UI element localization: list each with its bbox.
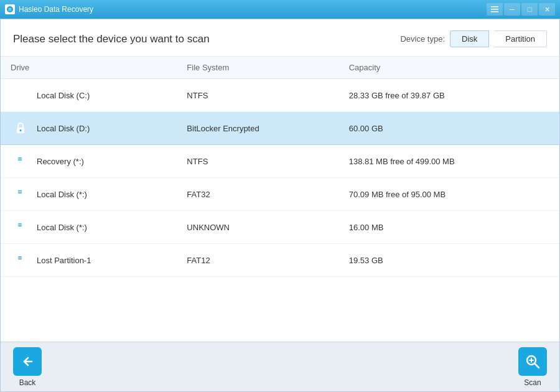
col-drive: Drive <box>1 57 177 79</box>
svg-rect-16 <box>17 197 24 200</box>
filesystem-cell: BitLocker Encrypted <box>177 112 338 145</box>
drive-name: Local Disk (D:) <box>37 124 90 133</box>
windows-drive-icon <box>11 85 30 105</box>
back-label: Back <box>19 378 36 387</box>
capacity-cell: 138.81 MB free of 499.00 MB <box>339 145 559 178</box>
svg-rect-3 <box>491 9 498 10</box>
file-drive-icon <box>11 184 30 204</box>
table-row[interactable]: Local Disk (*:)UNKNOWN16.00 MB <box>1 211 559 244</box>
svg-text:R: R <box>8 7 11 12</box>
capacity-cell: 28.33 GB free of 39.87 GB <box>339 79 559 112</box>
table-row[interactable]: Lost Partition-1FAT1219.53 GB <box>1 244 559 277</box>
drive-table: Drive File System Capacity Local Disk (C… <box>1 57 559 277</box>
menu-button[interactable] <box>487 3 503 16</box>
close-button[interactable]: ✕ <box>539 3 555 16</box>
svg-rect-6 <box>21 90 26 95</box>
capacity-cell: 16.00 MB <box>339 211 559 244</box>
back-button[interactable]: Back <box>13 347 42 387</box>
main-window: Please select the device you want to sca… <box>0 19 560 392</box>
file-drive-icon <box>11 151 30 171</box>
page-title: Please select the device you want to sca… <box>13 33 210 45</box>
drive-cell: Local Disk (*:) <box>1 178 177 211</box>
partition-button[interactable]: Partition <box>494 30 547 47</box>
window-controls: ─ □ ✕ <box>487 3 555 16</box>
svg-rect-24 <box>17 263 24 266</box>
drive-cell: Local Disk (D:) <box>1 112 177 145</box>
drive-cell: Recovery (*:) <box>1 145 177 178</box>
filesystem-cell: FAT32 <box>177 178 338 211</box>
app-icon: R <box>5 4 15 14</box>
back-icon <box>13 347 42 376</box>
table-row[interactable]: Local Disk (C:)NTFS28.33 GB free of 39.8… <box>1 79 559 112</box>
scan-button[interactable]: Scan <box>518 347 547 387</box>
drive-cell: Local Disk (C:) <box>1 79 177 112</box>
drive-cell: Lost Partition-1 <box>1 244 177 277</box>
device-type-group: Device type: Disk Partition <box>400 30 547 47</box>
file-drive-icon <box>11 250 30 270</box>
svg-rect-20 <box>17 230 24 233</box>
svg-point-10 <box>20 129 22 131</box>
filesystem-cell: NTFS <box>177 79 338 112</box>
drive-name: Local Disk (*:) <box>37 223 87 232</box>
table-header-row: Drive File System Capacity <box>1 57 559 79</box>
drive-name: Recovery (*:) <box>37 157 84 166</box>
capacity-cell: 19.53 GB <box>339 244 559 277</box>
drive-cell: Local Disk (*:) <box>1 211 177 244</box>
file-drive-icon <box>11 217 30 237</box>
svg-rect-12 <box>17 164 24 167</box>
app-title: Hasleo Data Recovery <box>19 5 487 14</box>
drive-table-container: Drive File System Capacity Local Disk (C… <box>1 57 559 342</box>
svg-line-28 <box>535 363 539 368</box>
drive-name: Lost Partition-1 <box>37 256 91 265</box>
svg-rect-7 <box>15 96 20 101</box>
svg-rect-2 <box>491 6 498 7</box>
scan-label: Scan <box>524 378 541 387</box>
svg-rect-4 <box>491 11 498 12</box>
col-capacity: Capacity <box>339 57 559 79</box>
minimize-button[interactable]: ─ <box>504 3 520 16</box>
table-row[interactable]: Local Disk (*:)FAT3270.09 MB free of 95.… <box>1 178 559 211</box>
filesystem-cell: NTFS <box>177 145 338 178</box>
lock-drive-icon <box>11 118 30 138</box>
col-filesystem: File System <box>177 57 338 79</box>
title-bar: R Hasleo Data Recovery ─ □ ✕ <box>0 0 560 19</box>
drive-name: Local Disk (*:) <box>37 190 87 199</box>
header: Please select the device you want to sca… <box>1 19 559 57</box>
table-row[interactable]: Recovery (*:)NTFS138.81 MB free of 499.0… <box>1 145 559 178</box>
svg-rect-8 <box>21 96 26 101</box>
filesystem-cell: FAT12 <box>177 244 338 277</box>
maximize-button[interactable]: □ <box>521 3 538 16</box>
filesystem-cell: UNKNOWN <box>177 211 338 244</box>
disk-button[interactable]: Disk <box>450 30 489 47</box>
scan-icon <box>518 347 547 376</box>
capacity-cell: 70.09 MB free of 95.00 MB <box>339 178 559 211</box>
drive-name: Local Disk (C:) <box>37 91 90 100</box>
table-row[interactable]: Local Disk (D:)BitLocker Encrypted60.00 … <box>1 112 559 145</box>
device-type-label: Device type: <box>400 34 445 44</box>
capacity-cell: 60.00 GB <box>339 112 559 145</box>
footer: Back Scan <box>1 342 559 391</box>
svg-rect-5 <box>15 90 20 95</box>
